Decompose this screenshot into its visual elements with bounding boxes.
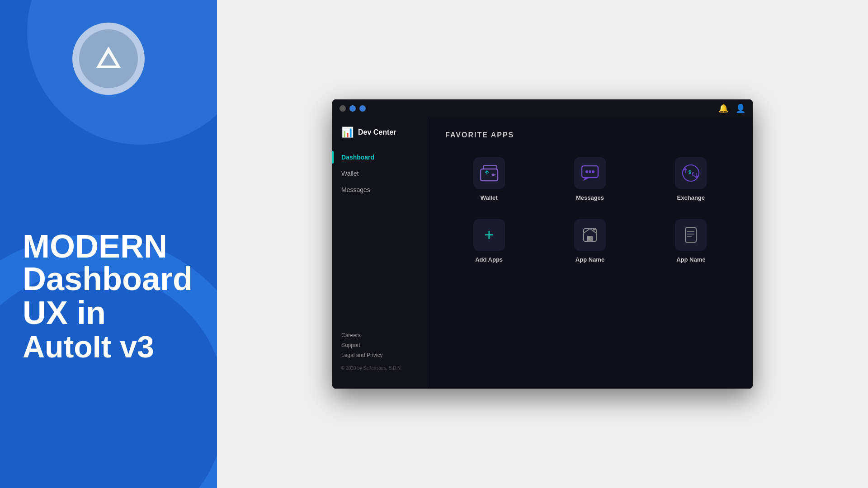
app1-label: App Name bbox=[576, 256, 604, 263]
exchange-app-label: Exchange bbox=[677, 194, 705, 201]
wallet-svg-icon bbox=[480, 164, 499, 182]
svg-rect-18 bbox=[685, 228, 696, 242]
app-item-name-2[interactable]: App Name bbox=[647, 219, 735, 263]
sidebar-nav: Dashboard Wallet Messages bbox=[332, 149, 427, 321]
minimize-button[interactable] bbox=[349, 105, 356, 112]
svg-text:$: $ bbox=[689, 170, 691, 175]
svg-point-9 bbox=[592, 170, 594, 173]
svg-point-17 bbox=[593, 228, 596, 230]
title-bar: 🔔 👤 bbox=[332, 99, 753, 117]
window-controls bbox=[340, 105, 366, 112]
title-bar-actions: 🔔 👤 bbox=[718, 103, 745, 113]
main-content: 📊 Dev Center Dashboard Wallet Messages bbox=[332, 117, 753, 389]
app2-icon-box bbox=[675, 219, 707, 251]
svg-rect-16 bbox=[587, 236, 593, 241]
messages-app-icon-box bbox=[574, 157, 606, 189]
sidebar: 📊 Dev Center Dashboard Wallet Messages bbox=[332, 117, 427, 389]
promo-ux-in: UX in bbox=[23, 295, 194, 331]
footer-link-support[interactable]: Support bbox=[341, 340, 418, 350]
logo-circle bbox=[72, 23, 145, 95]
messages-app-label: Messages bbox=[576, 194, 604, 201]
sidebar-brand: 📊 Dev Center bbox=[332, 127, 427, 149]
logo-icon bbox=[93, 43, 124, 75]
promo-text-block: MODERN Dashboard UX in AutoIt v3 bbox=[23, 230, 194, 361]
app1-svg-icon bbox=[582, 227, 598, 243]
sidebar-item-messages[interactable]: Messages bbox=[332, 182, 427, 198]
messages-svg-icon bbox=[580, 164, 599, 182]
copyright-text: © 2020 by Se7enstars, S.D.N. bbox=[341, 366, 418, 371]
add-apps-icon-box: + bbox=[473, 219, 505, 251]
apps-grid: Wallet Messag bbox=[445, 157, 735, 263]
notification-bell-icon[interactable]: 🔔 bbox=[718, 103, 728, 113]
brand-icon: 📊 bbox=[341, 127, 354, 138]
add-plus-icon: + bbox=[484, 227, 494, 243]
app-window: 🔔 👤 📊 Dev Center Dashboard Wallet bbox=[332, 99, 753, 389]
promo-modern: MODERN bbox=[23, 230, 194, 263]
user-profile-icon[interactable]: 👤 bbox=[736, 103, 745, 113]
logo-inner bbox=[79, 29, 138, 88]
wallet-app-icon-box bbox=[473, 157, 505, 189]
svg-point-8 bbox=[589, 170, 591, 173]
add-apps-label: Add Apps bbox=[475, 256, 503, 263]
wallet-app-label: Wallet bbox=[481, 194, 498, 201]
section-title: FAVORITE APPS bbox=[445, 131, 735, 139]
app-item-messages[interactable]: Messages bbox=[546, 157, 633, 201]
footer-link-legal[interactable]: Legal and Privicy bbox=[341, 350, 418, 360]
promo-autoit: AutoIt v3 bbox=[23, 331, 194, 362]
app-item-add-apps[interactable]: + Add Apps bbox=[445, 219, 533, 263]
main-area: FAVORITE APPS bbox=[427, 117, 753, 389]
maximize-button[interactable] bbox=[359, 105, 366, 112]
app-item-exchange[interactable]: $ € Exchange bbox=[647, 157, 735, 201]
app1-icon-box bbox=[574, 219, 606, 251]
right-panel: 🔔 👤 📊 Dev Center Dashboard Wallet bbox=[217, 0, 868, 488]
back-button[interactable] bbox=[340, 105, 346, 112]
app-item-name-1[interactable]: App Name bbox=[546, 219, 633, 263]
promo-dashboard: Dashboard bbox=[23, 263, 194, 295]
footer-link-careers[interactable]: Careers bbox=[341, 330, 418, 340]
sidebar-item-dashboard[interactable]: Dashboard bbox=[332, 149, 427, 165]
exchange-app-icon-box: $ € bbox=[675, 157, 707, 189]
app2-svg-icon bbox=[683, 227, 699, 243]
svg-point-7 bbox=[585, 170, 588, 173]
brand-name: Dev Center bbox=[358, 128, 396, 136]
app-item-wallet[interactable]: Wallet bbox=[445, 157, 533, 201]
app2-label: App Name bbox=[676, 256, 705, 263]
svg-text:€: € bbox=[692, 172, 694, 177]
exchange-svg-icon: $ € bbox=[681, 164, 701, 182]
sidebar-footer: Careers Support Legal and Privicy © 2020… bbox=[332, 321, 427, 380]
left-promotional-panel: MODERN Dashboard UX in AutoIt v3 bbox=[0, 0, 217, 488]
sidebar-item-wallet[interactable]: Wallet bbox=[332, 165, 427, 182]
